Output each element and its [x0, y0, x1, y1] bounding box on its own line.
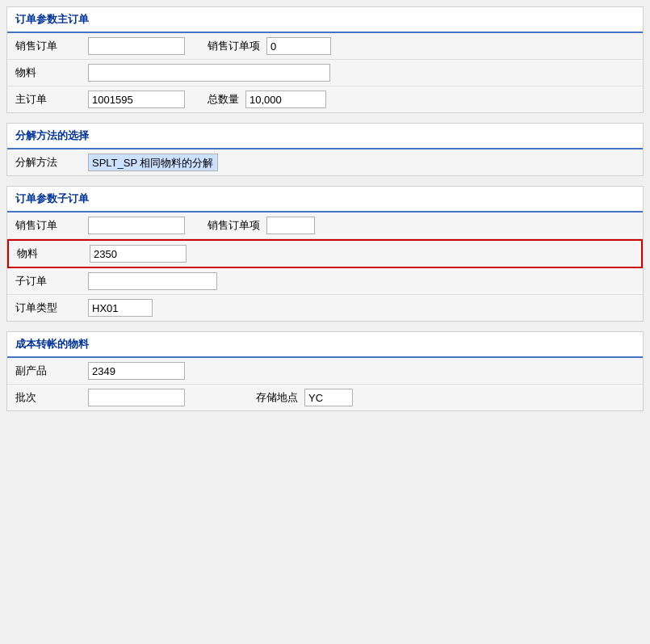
sales-order-row: 销售订单 销售订单项 0: [7, 33, 643, 60]
order-type-label: 订单类型: [15, 301, 88, 315]
order-type-input[interactable]: HX01: [88, 299, 153, 317]
main-material-input[interactable]: [88, 64, 330, 82]
main-order-input[interactable]: 1001595: [88, 90, 185, 108]
storage-location-input[interactable]: YC: [304, 389, 353, 406]
sub-sales-order-label: 销售订单: [15, 218, 88, 233]
sales-order-item-input[interactable]: 0: [266, 37, 331, 55]
order-type-row: 订单类型 HX01: [7, 295, 643, 321]
main-order-label: 主订单: [15, 92, 88, 107]
main-material-row: 物料: [7, 60, 643, 86]
sales-order-input[interactable]: [88, 37, 185, 55]
total-qty-label: 总数量: [208, 92, 239, 107]
byproduct-row: 副产品 2349: [7, 358, 643, 385]
sub-material-input[interactable]: 2350: [90, 245, 187, 263]
sub-sales-order-row: 销售订单 销售订单项: [7, 213, 643, 239]
sub-order-section: 订单参数子订单 销售订单 销售订单项 物料 2350 子订单: [6, 186, 644, 322]
cost-transfer-header: 成本转帐的物料: [7, 332, 643, 358]
decomp-method-section: 分解方法的选择 分解方法 SPLT_SP 相同物料的分解: [6, 123, 644, 176]
main-order-header: 订单参数主订单: [7, 7, 643, 33]
method-label: 分解方法: [15, 155, 88, 170]
sales-order-fields: 销售订单项 0: [88, 37, 635, 55]
sub-order-header: 订单参数子订单: [7, 187, 643, 213]
page-container: 订单参数主订单 销售订单 销售订单项 0 物料 主订单 1001595: [0, 0, 650, 427]
sub-material-highlighted-row: 物料 2350: [7, 239, 643, 268]
main-order-num-row: 主订单 1001595 总数量 10,000: [7, 86, 643, 112]
sub-order-num-row: 子订单: [7, 268, 643, 295]
sales-order-label: 销售订单: [15, 39, 88, 53]
sub-sales-order-input[interactable]: [88, 217, 185, 234]
byproduct-input[interactable]: 2349: [88, 362, 185, 380]
total-qty-input[interactable]: 10,000: [245, 90, 326, 108]
method-input[interactable]: SPLT_SP 相同物料的分解: [88, 154, 218, 171]
batch-label: 批次: [15, 390, 88, 405]
sub-sales-order-item-input[interactable]: [266, 217, 315, 234]
main-order-body: 销售订单 销售订单项 0 物料 主订单 1001595 总数量 10,000: [7, 33, 643, 112]
batch-row: 批次 存储地点 YC: [7, 385, 643, 410]
batch-fields: 存储地点 YC: [88, 389, 635, 406]
byproduct-label: 副产品: [15, 364, 88, 378]
sub-order-input[interactable]: [88, 272, 217, 290]
main-material-label: 物料: [15, 65, 88, 80]
main-order-fields: 1001595 总数量 10,000: [88, 90, 635, 108]
sub-sales-order-fields: 销售订单项: [88, 217, 635, 234]
sub-material-label: 物料: [17, 246, 90, 261]
decomp-method-body: 分解方法 SPLT_SP 相同物料的分解: [7, 149, 643, 175]
sub-sales-order-item-label: 销售订单项: [208, 218, 260, 233]
sub-order-body: 销售订单 销售订单项 物料 2350 子订单 订单类型 HX01: [7, 213, 643, 321]
main-order-section: 订单参数主订单 销售订单 销售订单项 0 物料 主订单 1001595: [6, 6, 644, 113]
decomp-method-header: 分解方法的选择: [7, 124, 643, 149]
cost-transfer-body: 副产品 2349 批次 存储地点 YC: [7, 358, 643, 410]
sub-order-label: 子订单: [15, 274, 88, 288]
method-row: 分解方法 SPLT_SP 相同物料的分解: [7, 149, 643, 175]
storage-location-label: 存储地点: [256, 390, 298, 405]
batch-input[interactable]: [88, 389, 185, 406]
sales-order-item-label: 销售订单项: [208, 39, 260, 53]
cost-transfer-section: 成本转帐的物料 副产品 2349 批次 存储地点 YC: [6, 331, 644, 411]
